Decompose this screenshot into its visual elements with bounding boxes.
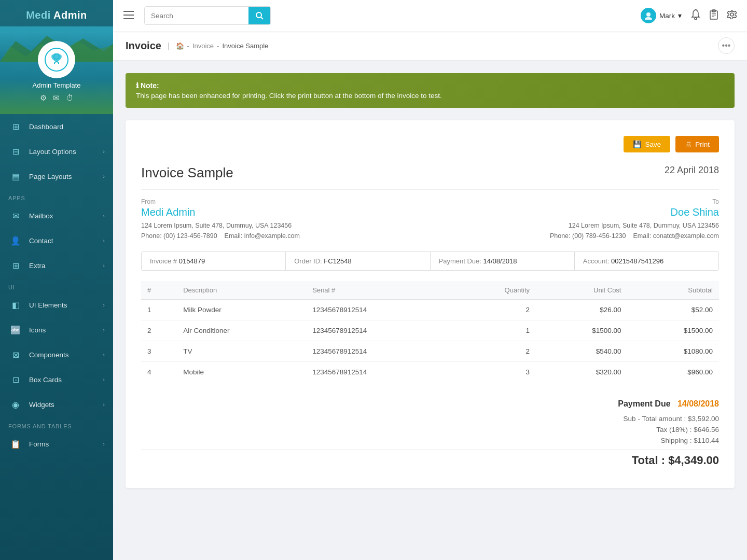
hamburger-icon[interactable] [123, 10, 134, 22]
cell-serial: 12345678912514 [306, 362, 453, 383]
payment-due-total-date: 14/08/2018 [677, 399, 719, 408]
account-label: Account: [583, 257, 611, 265]
search-input[interactable] [145, 12, 248, 20]
page-icon: ▤ [8, 169, 23, 184]
order-id-info: Order ID: FC12548 [286, 252, 430, 270]
settings-gear-icon[interactable] [727, 10, 737, 22]
email-icon[interactable]: ✉ [53, 93, 60, 103]
contact-icon: 👤 [8, 233, 23, 248]
table-row: 4 Mobile 12345678912514 3 $320.00 $960.0… [141, 362, 719, 383]
invoice-from: From Medi Admin 124 Lorem Ipsum, Suite 4… [141, 198, 300, 241]
invoice-actions: 💾 Save 🖨 Print [141, 136, 719, 152]
svg-rect-8 [123, 18, 134, 19]
cell-desc: TV [177, 341, 306, 362]
page-title: Invoice [126, 40, 161, 52]
save-button[interactable]: 💾 Save [624, 136, 670, 152]
col-unit-cost: Unit Cost [536, 281, 627, 300]
sidebar-item-label: Forms [29, 440, 49, 448]
sidebar-item-label: Icons [29, 326, 46, 334]
payment-due-label: Payment Due: [439, 257, 483, 265]
grand-total-row: Total : $4,349.00 [141, 449, 719, 467]
to-label: To [550, 198, 719, 205]
widgets-icon: ◉ [8, 397, 23, 412]
sidebar-item-components[interactable]: ⊠ Components › [0, 342, 113, 367]
note-box: ℹ Note: This page has been enhanced for … [126, 73, 735, 108]
sidebar-item-widgets[interactable]: ◉ Widgets › [0, 392, 113, 417]
cell-sub: $52.00 [627, 300, 719, 320]
invoice-info-bar: Invoice # 0154879 Order ID: FC12548 Paym… [141, 251, 719, 271]
page-content: Invoice | 🏠 - Invoice - Invoice Sample •… [113, 31, 747, 560]
user-avatar [641, 8, 656, 23]
topbar-right: Mark ▾ [641, 8, 737, 23]
svg-line-10 [261, 17, 263, 19]
svg-point-19 [730, 13, 734, 16]
search-button[interactable] [248, 6, 270, 25]
sidebar-item-label: UI Elements [29, 301, 67, 309]
chevron-down-icon: ▾ [678, 11, 682, 20]
clock-icon[interactable]: ⏱ [66, 93, 74, 103]
topbar: Mark ▾ [113, 0, 747, 31]
svg-point-9 [256, 12, 261, 18]
invoice-number-value: 0154879 [179, 257, 205, 265]
user-menu[interactable]: Mark ▾ [641, 8, 682, 23]
chevron-right-icon: › [103, 237, 105, 244]
sidebar-item-layout-options[interactable]: ⊟ Layout Options › [0, 139, 113, 164]
sidebar-item-page-layouts[interactable]: ▤ Page Layouts › [0, 164, 113, 189]
clipboard-icon[interactable] [710, 9, 718, 22]
from-label: From [141, 198, 300, 205]
sidebar-item-contact[interactable]: 👤 Contact › [0, 228, 113, 253]
breadcrumb-left: Invoice | 🏠 - Invoice - Invoice Sample [126, 40, 268, 52]
sidebar-item-mailbox[interactable]: ✉ Mailbox › [0, 203, 113, 228]
search-box [144, 6, 271, 25]
icons-icon: 🔤 [8, 323, 23, 337]
svg-rect-7 [123, 15, 134, 16]
table-row: 2 Air Conditioner 12345678912514 1 $1500… [141, 320, 719, 341]
cell-qty: 2 [453, 300, 536, 320]
sidebar-item-ui-elements[interactable]: ◧ UI Elements › [0, 292, 113, 317]
notifications-icon[interactable] [691, 9, 700, 22]
sidebar-user-icons: ⚙ ✉ ⏱ [40, 91, 74, 108]
table-header: # Description Serial # Quantity Unit Cos… [141, 281, 719, 300]
sidebar-nav: ⊞ Dashboard ⊟ Layout Options › ▤ Page La… [0, 114, 113, 560]
layout-icon: ⊟ [8, 144, 23, 159]
col-serial: Serial # [306, 281, 453, 300]
forms-icon: 📋 [8, 437, 23, 451]
cell-serial: 12345678912514 [306, 300, 453, 320]
print-button[interactable]: 🖨 Print [675, 136, 719, 152]
cell-qty: 2 [453, 341, 536, 362]
cell-sub: $960.00 [627, 362, 719, 383]
box-cards-icon: ⊡ [8, 372, 23, 387]
sidebar-item-dashboard[interactable]: ⊞ Dashboard [0, 114, 113, 139]
home-icon[interactable]: 🏠 [176, 42, 184, 50]
cell-sub: $1500.00 [627, 320, 719, 341]
invoice-number-label: Invoice # [150, 257, 177, 265]
from-contact: Phone: (00) 123-456-7890 Email: info@exa… [141, 231, 300, 241]
sidebar-item-icons[interactable]: 🔤 Icons › [0, 317, 113, 342]
brand: Medi Admin [0, 0, 113, 26]
more-options-button[interactable]: ••• [718, 37, 735, 54]
sidebar-item-extra[interactable]: ⊞ Extra › [0, 253, 113, 278]
cell-unit: $540.00 [536, 341, 627, 362]
col-subtotal: Subtotal [627, 281, 719, 300]
chevron-right-icon: › [103, 262, 105, 269]
breadcrumb-current: Invoice Sample [222, 42, 268, 50]
invoice-header: Invoice Sample 22 April 2018 [141, 165, 719, 190]
invoice-title: Invoice Sample [141, 165, 233, 181]
breadcrumb: 🏠 - Invoice - Invoice Sample [176, 42, 269, 50]
sidebar-item-box-cards[interactable]: ⊡ Box Cards › [0, 367, 113, 392]
invoice-date: 22 April 2018 [665, 165, 719, 176]
sidebar-item-forms[interactable]: 📋 Forms › [0, 431, 113, 456]
settings-icon[interactable]: ⚙ [40, 93, 47, 103]
brand-medi: Medi [26, 9, 51, 21]
chevron-right-icon: › [103, 302, 105, 308]
breadcrumb-separator: | [168, 41, 170, 50]
chevron-right-icon: › [103, 173, 105, 179]
chevron-right-icon: › [103, 441, 105, 447]
table-row: 1 Milk Powder 12345678912514 2 $26.00 $5… [141, 300, 719, 320]
chevron-right-icon: › [103, 352, 105, 358]
breadcrumb-invoice-link[interactable]: Invoice [192, 42, 214, 50]
ui-elements-icon: ◧ [8, 298, 23, 312]
components-icon: ⊠ [8, 347, 23, 362]
from-name: Medi Admin [141, 206, 300, 218]
print-icon: 🖨 [685, 141, 692, 148]
